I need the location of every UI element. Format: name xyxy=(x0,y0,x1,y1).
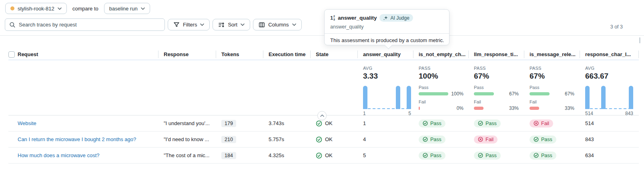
tooltip-divider xyxy=(325,33,449,34)
columns-label: Columns xyxy=(268,22,289,28)
filter-funnel-icon xyxy=(173,22,180,28)
tokens-pill: 210 xyxy=(221,136,236,143)
request-link[interactable]: Website xyxy=(18,120,36,126)
answer-quality-cell: 5 xyxy=(357,148,413,163)
check-circle-icon xyxy=(534,153,539,158)
badge-label: Fail xyxy=(541,121,549,126)
fail-pct: 33% xyxy=(559,105,574,111)
answer-quality-cell: 4 xyxy=(357,132,413,147)
chevron-down-icon xyxy=(58,7,62,10)
chevron-down-icon xyxy=(200,23,204,26)
summary-is-message-relevant: PASS 67% Pass 67% Fail 33% xyxy=(524,60,580,116)
response-cell: "I'd need to know ... xyxy=(158,132,216,147)
state-label: OK xyxy=(325,120,333,126)
stat-label: PASS xyxy=(530,66,574,71)
pass-bar xyxy=(419,92,448,95)
pass-pct: 67% xyxy=(559,91,574,97)
search-box[interactable] xyxy=(5,18,165,31)
check-circle-icon xyxy=(423,121,428,126)
assessment-badge: Fail xyxy=(530,119,553,127)
column-header-request: Request xyxy=(8,49,158,60)
chevron-down-icon xyxy=(141,7,145,10)
pass-bar xyxy=(530,92,550,95)
run-compare-bar: stylish-rook-812 compare to baseline run xyxy=(5,3,150,14)
pass-label: Pass xyxy=(419,85,463,90)
table-header-row: Request Response Tokens Execution time S… xyxy=(8,49,639,60)
column-header-llm-response-time[interactable]: llm_response_ti... xyxy=(468,49,524,60)
fail-label: Fail xyxy=(419,99,463,104)
column-header-tokens[interactable]: Tokens xyxy=(216,49,263,60)
assessment-badge: Pass xyxy=(419,136,445,144)
column-label: Request xyxy=(18,51,38,57)
state-cell: OK xyxy=(310,132,357,147)
request-link[interactable]: Can I return the microwave I bought 2 mo… xyxy=(18,136,136,142)
collapse-summary-button[interactable] xyxy=(317,111,327,120)
filters-label: Filters xyxy=(183,22,197,28)
column-header-state[interactable]: State xyxy=(310,49,357,60)
pass-pct: 100% xyxy=(448,91,463,97)
metrics-summary-row: AVG 3.33 1 5 PASS 100% Pass 100% Fail 0% xyxy=(8,60,639,115)
run-selector[interactable]: stylish-rook-812 xyxy=(5,3,67,14)
table-row[interactable]: How much does a microwave cost? "The cos… xyxy=(8,148,639,164)
column-header-is-not-empty[interactable]: is_not_empty_ch... xyxy=(413,49,468,60)
column-header-answer-quality[interactable]: answer_quality xyxy=(357,49,413,60)
tokens-pill: 184 xyxy=(221,152,236,159)
request-link[interactable]: How much does a microwave cost? xyxy=(18,152,99,158)
sort-button[interactable]: Sort xyxy=(213,19,250,30)
traces-table: Request Response Tokens Execution time S… xyxy=(8,49,639,164)
stat-value: 100% xyxy=(419,72,463,81)
stat-label: PASS xyxy=(474,66,518,71)
baseline-run-selector[interactable]: baseline run xyxy=(104,3,150,14)
response-char-cell: 843 xyxy=(580,132,639,147)
assessment-badge: Pass xyxy=(419,152,445,160)
table-row[interactable]: Can I return the microwave I bought 2 mo… xyxy=(8,132,639,148)
summary-is-not-empty: PASS 100% Pass 100% Fail 0% xyxy=(413,60,468,116)
column-header-is-message-relevant[interactable]: is_message_rele... xyxy=(524,49,580,60)
numeric-metric-icon: 123 xyxy=(330,15,335,21)
baseline-selector-label: baseline run xyxy=(109,6,138,12)
summary-answer-quality: AVG 3.33 1 5 xyxy=(357,60,413,116)
select-all-checkbox[interactable] xyxy=(8,51,15,58)
execution-time-cell: 3.743s xyxy=(263,115,310,131)
stat-label: AVG xyxy=(585,66,633,71)
table-toolbar: Filters Sort Columns xyxy=(5,18,302,31)
response-char-cell: 634 xyxy=(580,148,639,163)
state-cell: OK xyxy=(310,148,357,163)
filters-button[interactable]: Filters xyxy=(168,19,210,30)
assessment-badge: Pass xyxy=(530,152,556,160)
tooltip-subtitle: answer_quality xyxy=(330,24,443,30)
fail-bar xyxy=(474,107,484,110)
run-color-dot xyxy=(10,6,14,10)
badge-label: Pass xyxy=(541,153,552,158)
column-header-response-char-length[interactable]: response_char_l... xyxy=(580,49,639,60)
check-circle-icon xyxy=(478,121,483,126)
assessment-badge: Pass xyxy=(419,119,445,127)
stat-value: 67% xyxy=(474,72,518,81)
pass-pct: 67% xyxy=(504,91,519,97)
check-circle-icon xyxy=(423,153,428,158)
check-circle-icon xyxy=(316,120,322,127)
answer-quality-cell: 1 xyxy=(357,115,413,131)
fail-pct: 0% xyxy=(448,105,463,111)
response-cell: "The cost of a mic... xyxy=(158,148,216,163)
badge-label: Fail xyxy=(486,137,494,142)
execution-time-cell: 5.757s xyxy=(263,132,310,147)
tooltip-description: This assessment is produced by a custom … xyxy=(330,37,443,43)
search-input[interactable] xyxy=(19,22,160,28)
state-cell: OK xyxy=(310,115,357,131)
chevron-down-icon xyxy=(241,23,245,26)
vertical-scrollbar-thumb[interactable] xyxy=(639,37,640,43)
stat-value: 663.67 xyxy=(585,72,633,81)
column-header-execution-time[interactable]: Execution time xyxy=(263,49,310,60)
columns-button[interactable]: Columns xyxy=(253,19,301,30)
check-circle-icon xyxy=(478,153,483,158)
check-circle-icon xyxy=(423,137,428,142)
check-circle-icon xyxy=(316,152,322,159)
summary-response-char-length: AVG 663.67 514 843 xyxy=(580,60,639,116)
column-header-response[interactable]: Response xyxy=(158,49,216,60)
state-label: OK xyxy=(325,136,333,142)
stat-label: PASS xyxy=(419,66,463,71)
check-circle-icon xyxy=(534,137,539,142)
toolbar-divider xyxy=(0,35,644,36)
run-selector-label: stylish-rook-812 xyxy=(18,6,54,12)
